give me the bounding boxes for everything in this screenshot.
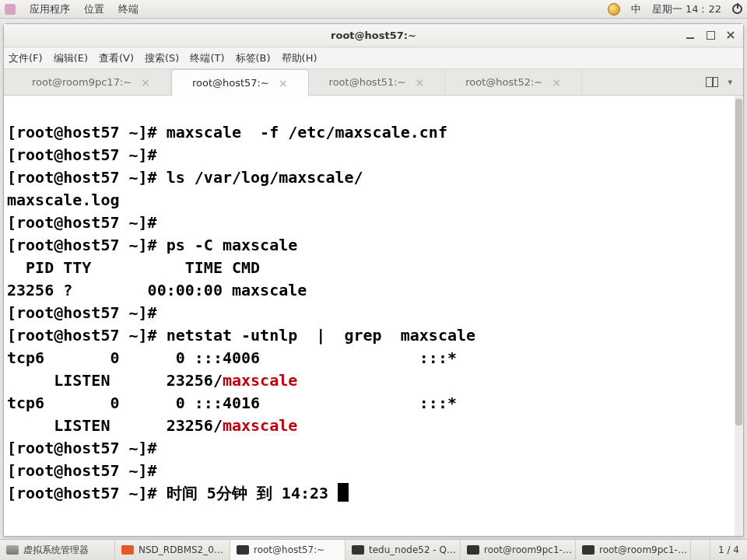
menu-terminal[interactable]: 终端 (118, 2, 139, 16)
terminal-icon (467, 545, 479, 555)
terminal-icon (352, 545, 364, 555)
input-method-indicator[interactable]: 中 (631, 2, 641, 16)
taskbar-item-label: root@room9pc1-… (599, 544, 687, 555)
menu-terminal-dd[interactable]: 终端(T) (190, 51, 224, 65)
taskbar-item-label: tedu_node52 - Q… (369, 544, 456, 555)
menubar: 文件(F) 编辑(E) 查看(V) 搜索(S) 终端(T) 标签(B) 帮助(H… (4, 47, 743, 69)
terminal-tab[interactable]: root@room9pc17:~× (12, 69, 171, 95)
taskbar-item[interactable]: root@room9pc1-… (461, 540, 576, 560)
terminal-lines: [root@host57 ~]# maxscale -f /etc/maxsca… (7, 121, 740, 505)
top-panel: 应用程序 位置 终端 中 星期一 14：22 (0, 0, 747, 19)
terminal-tab[interactable]: root@host51:~× (309, 69, 446, 95)
tabbar: root@room9pc17:~×root@host57:~×root@host… (4, 69, 743, 96)
close-button[interactable]: × (723, 27, 738, 43)
tab-close-icon[interactable]: × (552, 76, 561, 89)
terminal-tab[interactable]: root@host52:~× (445, 69, 582, 95)
menu-file[interactable]: 文件(F) (9, 51, 43, 65)
taskbar-item-label: root@room9pc1-… (484, 544, 572, 555)
tab-label: root@room9pc17:~ (32, 76, 132, 88)
taskbar-item[interactable]: root@room9pc1-… (576, 540, 691, 560)
menu-search[interactable]: 搜索(S) (145, 51, 179, 65)
workspace-pager[interactable]: 1 / 4 (710, 540, 747, 560)
tab-close-icon[interactable]: × (279, 77, 288, 89)
menu-tabs[interactable]: 标签(B) (236, 51, 271, 65)
terminal-tab[interactable]: root@host57:~× (171, 69, 309, 96)
taskbar-item[interactable]: tedu_node52 - Q… (345, 540, 461, 560)
terminal-window: root@host57:~ × 文件(F) 编辑(E) 查看(V) 搜索(S) … (3, 23, 744, 537)
tab-close-icon[interactable]: × (416, 76, 425, 89)
tab-menu-chevron-icon[interactable]: ▾ (728, 77, 732, 87)
pdf-icon (121, 545, 134, 555)
menu-places[interactable]: 位置 (84, 2, 104, 16)
menu-help[interactable]: 帮助(H) (282, 51, 317, 65)
split-view-icon[interactable] (706, 77, 718, 87)
gnome-foot-icon (5, 4, 16, 15)
titlebar[interactable]: root@host57:~ × (4, 24, 743, 47)
scrollbar-thumb[interactable] (735, 99, 742, 425)
notification-icon[interactable] (608, 3, 620, 16)
cursor (338, 483, 349, 502)
menu-applications[interactable]: 应用程序 (30, 2, 70, 16)
tab-label: root@host57:~ (192, 77, 269, 89)
scrollbar[interactable] (735, 96, 743, 536)
menu-view[interactable]: 查看(V) (99, 51, 134, 65)
terminal-icon (582, 545, 594, 555)
taskbar-item-label: root@host57:~ (254, 544, 324, 555)
tab-close-icon[interactable]: × (141, 76, 150, 89)
clock[interactable]: 星期一 14：22 (652, 2, 721, 16)
taskbar-item[interactable]: 虚拟系统管理器 (0, 540, 115, 560)
power-icon[interactable] (732, 4, 742, 14)
terminal-output[interactable]: [root@host57 ~]# maxscale -f /etc/maxsca… (4, 96, 743, 536)
taskbar-item[interactable]: NSD_RDBMS2_0… (115, 540, 230, 560)
tab-label: root@host52:~ (465, 76, 542, 88)
window-title: root@host57:~ (331, 30, 416, 41)
taskbar: 虚拟系统管理器NSD_RDBMS2_0…root@host57:~tedu_no… (0, 539, 747, 560)
menu-edit[interactable]: 编辑(E) (54, 51, 88, 65)
taskbar-item-label: NSD_RDBMS2_0… (139, 544, 223, 555)
maximize-button[interactable] (703, 27, 718, 43)
terminal-icon (237, 545, 249, 555)
taskbar-item[interactable]: root@host57:~ (230, 540, 345, 560)
minimize-button[interactable] (682, 27, 698, 43)
vm-icon (6, 545, 19, 555)
taskbar-item-label: 虚拟系统管理器 (23, 544, 89, 557)
tab-label: root@host51:~ (329, 76, 406, 88)
